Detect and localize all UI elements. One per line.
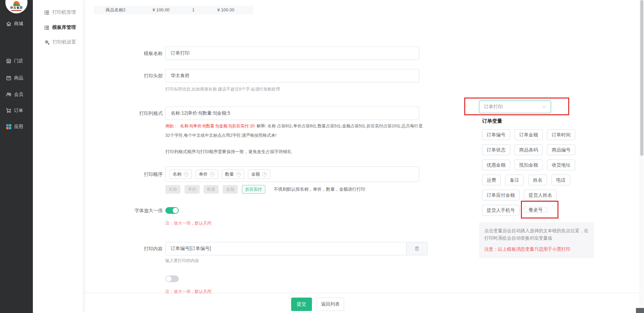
variable-button[interactable]: 提货人姓名 bbox=[524, 190, 557, 200]
variable-button[interactable]: 商品编号 bbox=[547, 144, 575, 155]
variable-button-table-number[interactable]: 餐桌号 bbox=[524, 207, 547, 213]
variable-button[interactable]: 提货人手机号 bbox=[482, 205, 520, 215]
template-type-select[interactable]: 订单打印 bbox=[479, 101, 551, 113]
sidebar-item-goods[interactable]: 商品 bbox=[0, 72, 33, 84]
order-variables-title: 订单变量 bbox=[482, 118, 502, 124]
order-tag-label: 名称 bbox=[173, 171, 181, 177]
submenu-item-label: 模板库管理 bbox=[52, 24, 76, 30]
print-order-options: 名称 单价 数量 金额 折后实付 不填则默认按名称，单价，数量，金额进行打印 bbox=[165, 185, 365, 194]
sidebar-item-apps[interactable]: 应用 bbox=[0, 121, 33, 133]
variable-button[interactable]: 运费 bbox=[482, 175, 501, 185]
sidebar-item-mall[interactable]: 商城 bbox=[0, 18, 33, 30]
chevron-down-icon bbox=[542, 106, 546, 108]
example-prefix: 例如： bbox=[165, 124, 178, 128]
template-name-label: 模板名称 bbox=[96, 47, 163, 60]
extra-toggle[interactable] bbox=[165, 275, 179, 282]
variable-button[interactable]: 订单应付金额 bbox=[482, 190, 520, 200]
tag-remove-icon[interactable]: ✕ bbox=[236, 172, 241, 177]
order-option-button[interactable]: 数量 bbox=[204, 185, 219, 194]
logo-text: 华太食府 bbox=[10, 6, 23, 9]
sidebar-item-store[interactable]: 门店 bbox=[0, 55, 33, 67]
variable-button[interactable]: 商品条码 bbox=[515, 144, 543, 155]
scrollbar-thumb[interactable] bbox=[640, 0, 643, 156]
order-tag[interactable]: 金额 ✕ bbox=[248, 170, 270, 179]
variable-button[interactable]: 订单金额 bbox=[515, 129, 543, 140]
sidebar-item-label: 会员 bbox=[14, 91, 23, 98]
sidebar-item-label: 商城 bbox=[14, 21, 23, 27]
logo-sun-mountain-icon bbox=[11, 1, 21, 6]
trash-icon bbox=[414, 246, 420, 251]
template-edit-page: 华太食府 商城 门店 商品 会员 bbox=[0, 0, 644, 313]
apps-icon bbox=[6, 124, 12, 130]
order-tag[interactable]: 数量 ✕ bbox=[222, 170, 244, 179]
variables-note-box: 点击变量后会自动插入选择的文本框的焦点位置，在打印时系统会自动替换对应变量值 注… bbox=[479, 222, 594, 258]
toggle-knob bbox=[173, 208, 178, 213]
submenu-item-printer-management[interactable]: 打印机管理 bbox=[33, 5, 83, 20]
variable-button[interactable]: 订单状态 bbox=[482, 144, 510, 155]
print-order-help: 不填则默认按名称，单价，数量，金额进行打印 bbox=[274, 186, 365, 192]
submenu-item-printer-settings[interactable]: 打印机设置 bbox=[33, 35, 83, 50]
tag-remove-icon[interactable]: ✕ bbox=[210, 172, 215, 177]
store-icon bbox=[6, 58, 12, 64]
table-row: 商品名称2 ¥ 100.00 1 ¥ 100.00 bbox=[94, 6, 253, 14]
order-option-button[interactable]: 金额 bbox=[223, 185, 238, 194]
variables-note-warning: 注意：以上模板消息变量只适用于小票打印 bbox=[484, 246, 589, 253]
variable-button[interactable]: 电话 bbox=[551, 175, 570, 185]
secondary-sidebar: 打印机管理 模板库管理 打印机设置 bbox=[33, 0, 83, 313]
order-tag-label: 金额 bbox=[251, 171, 260, 177]
print-header-label: 打印头部 bbox=[96, 69, 163, 82]
sidebar-item-label: 应用 bbox=[14, 124, 23, 130]
column-format-order-tip: 打印列格式顺序与打印顺序需要保持一致，避免发生占据字符错乱 bbox=[165, 149, 292, 155]
submenu-item-template-library[interactable]: 模板库管理 bbox=[33, 20, 83, 35]
variable-button[interactable]: 备注 bbox=[505, 175, 524, 185]
order-option-button[interactable]: 单价 bbox=[184, 185, 200, 194]
sidebar-item-orders[interactable]: 订单 bbox=[0, 105, 33, 117]
template-name-input[interactable] bbox=[165, 47, 419, 60]
brand-logo[interactable]: 华太食府 bbox=[5, 0, 28, 13]
variable-button[interactable]: 姓名 bbox=[528, 175, 547, 185]
example-format-highlight: 名称:6|单价:6|数量:5|金额:5|折后实付:10 bbox=[180, 124, 255, 128]
print-order-label: 打印顺序 bbox=[96, 168, 163, 181]
template-type-value: 订单打印 bbox=[484, 104, 542, 110]
submenu-item-label: 打印机管理 bbox=[52, 9, 76, 15]
tag-remove-icon[interactable]: ✕ bbox=[262, 172, 267, 177]
column-format-input[interactable] bbox=[165, 107, 419, 120]
variable-button[interactable]: 优惠金额 bbox=[482, 160, 510, 170]
variable-button[interactable]: 订单时间 bbox=[547, 129, 575, 140]
variable-button[interactable]: 抵扣金额 bbox=[515, 160, 543, 170]
back-to-list-button[interactable]: 返回列表 bbox=[317, 298, 344, 311]
tag-remove-icon[interactable]: ✕ bbox=[184, 172, 189, 177]
delete-content-button[interactable] bbox=[406, 242, 428, 255]
order-option-button[interactable]: 名称 bbox=[165, 185, 180, 194]
sidebar-item-label: 商品 bbox=[14, 75, 23, 81]
variable-button[interactable]: 订单编号 bbox=[482, 129, 510, 140]
print-content-help: 输入要打印的内容 bbox=[165, 258, 199, 264]
table-cell-amount: ¥ 100.00 bbox=[217, 6, 234, 14]
toggle-knob bbox=[166, 276, 171, 281]
variable-button[interactable]: 收货地址 bbox=[547, 160, 575, 170]
list-icon bbox=[44, 10, 49, 15]
order-tag-label: 单价 bbox=[199, 171, 208, 177]
order-option-discount-button[interactable]: 折后实付 bbox=[242, 185, 265, 194]
order-tag[interactable]: 名称 ✕ bbox=[169, 170, 192, 179]
submit-button[interactable]: 提交 bbox=[291, 298, 312, 311]
form-footer bbox=[83, 294, 640, 313]
scrollbar-track[interactable] bbox=[640, 0, 644, 313]
column-format-label: 打印列格式 bbox=[96, 107, 163, 120]
order-tag[interactable]: 单价 ✕ bbox=[196, 170, 218, 179]
sidebar-item-members[interactable]: 会员 bbox=[0, 88, 33, 101]
sidebar-item-label: 订单 bbox=[14, 108, 23, 114]
print-content-input[interactable] bbox=[165, 242, 407, 255]
print-header-input[interactable] bbox=[165, 69, 419, 82]
font-zoom-note: 注：放大一倍，默认关闭 bbox=[165, 221, 212, 226]
sidebar-item-label: 门店 bbox=[14, 58, 23, 64]
table-cell-product-name: 商品名称2 bbox=[106, 6, 125, 14]
font-zoom-toggle[interactable] bbox=[165, 207, 179, 214]
list-icon bbox=[44, 25, 49, 30]
table-cell-unit-price: ¥ 100.00 bbox=[153, 6, 170, 14]
scrollbar-corner bbox=[636, 308, 644, 313]
column-format-example: 例如： 名称:6|单价:6|数量:5|金额:5|折后实付:10 解释: 名称 占… bbox=[165, 121, 424, 140]
highlighted-variable-wrap: 餐桌号 bbox=[524, 205, 547, 215]
print-order-tags-box[interactable]: 名称 ✕ 单价 ✕ 数量 ✕ 金额 ✕ bbox=[165, 167, 419, 182]
order-variables-list: 订单编号 订单金额 订单时间 订单状态 商品条码 商品编号 优惠金额 抵扣金额 … bbox=[482, 129, 580, 215]
